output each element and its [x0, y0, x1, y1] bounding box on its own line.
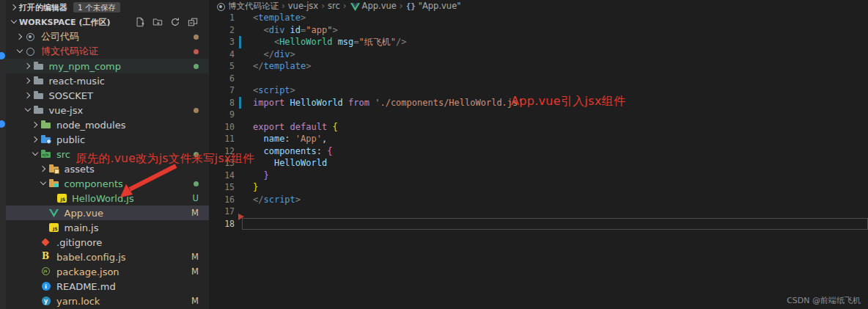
new-file-icon[interactable]: [134, 16, 146, 28]
code-text: HelloWorld: [242, 157, 868, 170]
breadcrumb-label: 博文代码论证: [228, 1, 279, 12]
code-line-2[interactable]: 2 <div id="app">: [209, 24, 868, 37]
tree-item-README.md[interactable]: iREADME.md: [6, 279, 209, 294]
open-editors-header[interactable]: 打开的编辑器 1 个未保存: [6, 0, 209, 15]
tree-item-label: my_npm_comp: [49, 61, 122, 72]
breadcrumb-item[interactable]: {}"App.vue": [406, 1, 461, 11]
braces-icon: {}: [406, 1, 416, 11]
code-text: <div id="app">: [242, 24, 868, 37]
tree-item-my_npm_comp[interactable]: my_npm_comp: [6, 59, 209, 73]
tree-item-package.json[interactable]: JSpackage.jsonM: [6, 264, 209, 279]
open-editors-label: 打开的编辑器: [19, 2, 67, 13]
chevron-spacer: [30, 281, 40, 291]
code-text: components: {: [242, 145, 868, 158]
code-line-3[interactable]: 3 <HelloWorld msg="纸飞机"/>: [209, 36, 868, 48]
breadcrumb-item[interactable]: vue-jsx: [288, 1, 318, 11]
breadcrumb-separator: ›: [343, 1, 347, 11]
code-line-16[interactable]: 16</script>: [209, 194, 868, 206]
tree-item-babel.config.js[interactable]: Bbabel.config.jsM: [6, 250, 209, 264]
chevron-down-icon[interactable]: [30, 149, 40, 159]
tree-item-components[interactable]: components: [6, 176, 209, 191]
gutter: [235, 181, 242, 194]
js-icon: JS: [56, 192, 69, 204]
code-line-5[interactable]: 5</template>: [209, 60, 868, 73]
chevron-right-icon[interactable]: [30, 120, 40, 130]
code-line-12[interactable]: 12 components: {: [209, 145, 868, 158]
line-number: 16: [209, 194, 235, 206]
folder-icon: [33, 75, 46, 87]
folder-public-icon: [40, 134, 54, 145]
breadcrumb-item[interactable]: src: [328, 1, 340, 11]
readme-icon: i: [40, 280, 54, 292]
code-line-1[interactable]: 1<template>: [209, 12, 868, 24]
line-number: 8: [209, 97, 235, 109]
code-line-6[interactable]: 6: [209, 73, 868, 85]
chevron-right-icon[interactable]: [23, 76, 33, 86]
folder-src-icon: </>: [40, 148, 54, 160]
workspace-header[interactable]: WORKSPACE (工作区): [6, 15, 209, 29]
chevron-right-icon[interactable]: [38, 164, 48, 174]
chevron-down-icon[interactable]: [9, 17, 19, 27]
chevron-right-icon[interactable]: [30, 134, 40, 145]
code-text: </template>: [242, 60, 868, 73]
chevron-right-icon[interactable]: [15, 32, 25, 42]
code-text: <template>: [242, 12, 868, 24]
line-number: 1: [209, 12, 235, 24]
git-status-letter: M: [191, 296, 199, 306]
tree-item-HelloWorld.js[interactable]: JSHelloWorld.jsU: [6, 191, 209, 206]
code-text: [242, 218, 868, 230]
chevron-right-icon[interactable]: [9, 2, 19, 12]
refresh-icon[interactable]: [169, 16, 181, 28]
chevron-right-icon[interactable]: [23, 61, 33, 71]
tree-item-react-music[interactable]: react-music: [6, 73, 209, 88]
tree-item-main.js[interactable]: JSmain.js: [6, 220, 209, 235]
code-text: [242, 206, 868, 218]
folder-open-icon: [33, 104, 46, 116]
code-line-18[interactable]: 18: [209, 218, 868, 230]
breadcrumb-item[interactable]: App.vue: [350, 1, 397, 11]
code-line-17[interactable]: 17: [209, 206, 868, 218]
tree-item-yarn.lock[interactable]: yyarn.lockM: [6, 294, 209, 308]
workspace-actions: [134, 16, 203, 28]
collapse-all-icon[interactable]: [187, 16, 199, 28]
breadcrumb-item[interactable]: 博文代码论证: [216, 1, 279, 12]
code-line-10[interactable]: 10export default {: [209, 121, 868, 134]
code-line-14[interactable]: 14 }: [209, 170, 868, 182]
gutter: [235, 170, 242, 182]
tree-item-label: node_modules: [56, 120, 125, 131]
gutter: [235, 194, 242, 206]
breadcrumb-separator: ›: [321, 1, 325, 11]
tree-item-public[interactable]: public: [6, 132, 209, 147]
chevron-down-icon[interactable]: [38, 178, 48, 189]
code-line-13[interactable]: 13 HelloWorld: [209, 157, 868, 170]
code-line-15[interactable]: 15}: [209, 181, 868, 194]
chevron-down-icon[interactable]: [23, 105, 33, 115]
new-folder-icon[interactable]: [152, 16, 163, 28]
gutter: [235, 12, 242, 24]
tree-item-博文代码论证[interactable]: 博文代码论证: [6, 44, 209, 59]
tree-item-.gitignore[interactable]: .gitignore: [6, 235, 209, 250]
tree-item-label: HelloWorld.js: [72, 193, 134, 204]
chevron-right-icon[interactable]: [23, 90, 33, 101]
tree-item-SOSCKET[interactable]: SOSCKET: [6, 88, 209, 103]
babel-icon: B: [40, 251, 54, 263]
yarn-icon: y: [40, 295, 54, 307]
git-status-letter: U: [193, 193, 199, 203]
line-number: 9: [209, 109, 235, 121]
tree-item-label: App.vue: [65, 208, 103, 219]
annotation-note-import: App.vue引入jsx组件: [511, 94, 625, 109]
editor-pane[interactable]: 博文代码论证›vue-jsx›src›App.vue›{}"App.vue" 1…: [209, 0, 868, 309]
chevron-down-icon[interactable]: [15, 46, 25, 57]
tree-item-vue-jsx[interactable]: vue-jsx: [6, 103, 209, 117]
code-line-9[interactable]: 9: [209, 109, 868, 121]
breadcrumb-separator: ›: [282, 1, 285, 11]
circle-dot-icon: [216, 1, 226, 11]
code-line-4[interactable]: 4 </div>: [209, 48, 868, 61]
code-line-11[interactable]: 11 name: 'App',: [209, 133, 868, 145]
tree-item-公司代码[interactable]: 公司代码: [6, 29, 209, 44]
code-lines[interactable]: 1<template>2 <div id="app">3 <HelloWorld…: [209, 12, 868, 230]
tree-item-label: .gitignore: [56, 237, 102, 248]
tree-item-node_modules[interactable]: node_modules: [6, 117, 209, 132]
tree-item-App.vue[interactable]: App.vueM: [6, 206, 209, 220]
code-text: name: 'App',: [242, 133, 868, 145]
